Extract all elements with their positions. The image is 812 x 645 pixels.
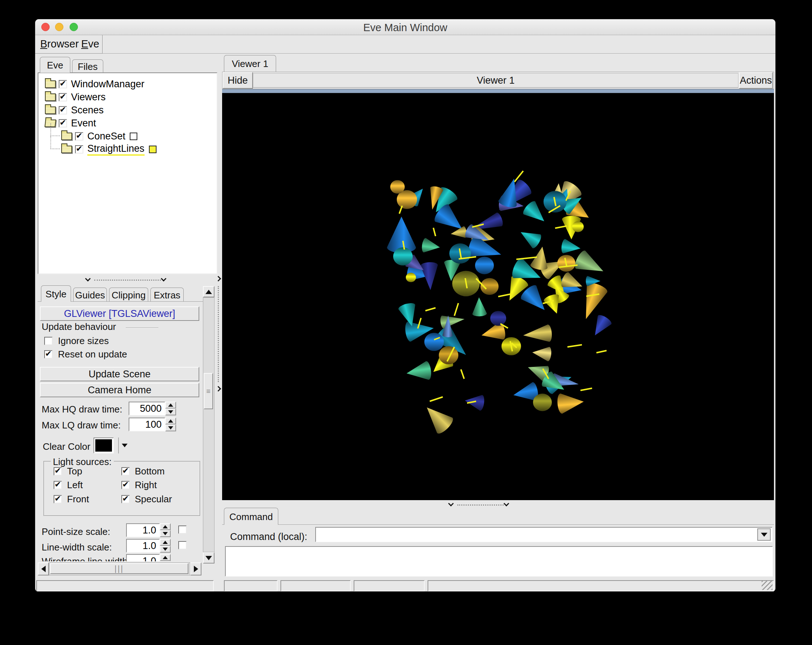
tab-eve[interactable]: Eve — [40, 57, 70, 73]
tab-guides[interactable]: Guides — [73, 288, 107, 302]
gl-scene[interactable] — [222, 93, 774, 500]
cone-disc — [572, 221, 584, 232]
tree-label[interactable]: ConeSet — [87, 131, 125, 142]
hscroll-thumb[interactable]: ||| — [50, 563, 188, 574]
command-label: Command (local): — [230, 531, 307, 543]
point-size-input[interactable]: 1.0 — [126, 523, 160, 537]
viewer-title[interactable]: Viewer 1 — [253, 73, 739, 88]
cone — [572, 249, 607, 280]
tree-row-straightlines[interactable]: ✔ StraightLines — [61, 143, 157, 156]
tab-viewer-1[interactable]: Viewer 1 — [224, 55, 276, 72]
spin-down-icon — [160, 561, 171, 561]
tree-checkbox[interactable]: ✔ — [59, 80, 67, 88]
straightlines-color-marker[interactable] — [149, 146, 157, 153]
resize-grip-icon[interactable] — [762, 581, 772, 590]
cone — [531, 345, 552, 361]
tree-row-windowmanager[interactable]: ✔ WindowManager — [45, 78, 145, 90]
update-scene-button[interactable]: Update Scene — [40, 367, 199, 381]
status-segment — [427, 580, 774, 592]
tab-extras[interactable]: Extras — [150, 288, 184, 302]
tree-label[interactable]: Viewers — [71, 91, 106, 103]
max-hq-stepper[interactable] — [165, 402, 176, 415]
splitter-dots[interactable] — [94, 280, 161, 281]
tree-checkbox[interactable]: ✔ — [59, 119, 67, 128]
tree-row-viewers[interactable]: ✔ Viewers — [45, 90, 106, 104]
tree-checkbox[interactable]: ✔ — [59, 106, 67, 114]
cone — [560, 239, 582, 256]
command-output[interactable] — [225, 546, 773, 576]
menu-browser[interactable]: Browser — [40, 38, 79, 50]
splitter-handle-icon[interactable] — [449, 502, 453, 506]
splitter-dots — [218, 286, 219, 382]
tree-checkbox[interactable]: ✔ — [75, 132, 83, 140]
tab-clipping[interactable]: Clipping — [109, 288, 148, 302]
point-size-checkbox[interactable] — [178, 526, 186, 534]
tree-label[interactable]: WindowManager — [71, 79, 145, 90]
light-left-checkbox[interactable]: ✔ Left — [53, 479, 82, 491]
hscroll-right-button[interactable] — [190, 563, 201, 575]
max-lq-input[interactable]: 100 — [129, 418, 165, 432]
status-segment — [224, 580, 278, 592]
light-top-checkbox[interactable]: ✔ Top — [53, 466, 82, 477]
wireframe-input[interactable]: 1.0 — [126, 554, 160, 561]
line-width-checkbox[interactable] — [178, 541, 186, 549]
vscroll-thumb[interactable]: ≡ — [204, 373, 213, 409]
line-width-stepper[interactable] — [160, 539, 171, 553]
cone — [517, 225, 543, 250]
cone — [472, 297, 487, 317]
vertical-splitter[interactable] — [216, 54, 221, 576]
cone — [522, 324, 553, 344]
ignore-sizes-checkbox[interactable]: Ignore sizes — [44, 335, 109, 346]
command-dropdown-icon[interactable] — [757, 528, 771, 541]
tree-label-selected[interactable]: StraightLines — [87, 143, 145, 156]
menu-eve[interactable]: Eve — [81, 38, 99, 50]
camera-home-button[interactable]: Camera Home — [40, 383, 199, 397]
light-specular-checkbox[interactable]: ✔ Specular — [121, 494, 172, 505]
light-bottom-checkbox[interactable]: ✔ Bottom — [121, 466, 165, 477]
glviewer-button[interactable]: GLViewer [TGLSAViewer] — [40, 306, 199, 321]
straight-line — [516, 257, 537, 259]
cone-disc — [424, 333, 444, 351]
title-bar[interactable]: Eve Main Window — [35, 19, 775, 35]
light-front-checkbox[interactable]: ✔ Front — [53, 494, 89, 505]
hscroll-left-button[interactable] — [38, 563, 49, 575]
tab-style[interactable]: Style — [41, 285, 71, 302]
tree-row-coneset[interactable]: ✔ ConeSet — [61, 130, 137, 143]
clear-color-dropdown-icon[interactable] — [122, 444, 128, 447]
hide-button[interactable]: Hide — [223, 72, 253, 89]
cone — [450, 226, 467, 240]
reset-on-update-checkbox[interactable]: ✔ Reset on update — [44, 349, 127, 360]
max-hq-input[interactable]: 5000 — [129, 402, 165, 415]
splitter-handle-icon[interactable] — [86, 277, 90, 281]
splitter-handle-icon[interactable] — [162, 277, 166, 281]
straight-line — [425, 308, 435, 311]
line-width-input[interactable]: 1.0 — [126, 539, 160, 553]
vscroll-track[interactable]: ≡ — [203, 297, 215, 552]
tree-checkbox[interactable]: ✔ — [75, 145, 83, 154]
splitter-handle-icon[interactable] — [504, 502, 508, 506]
hscroll-track[interactable]: ||| — [49, 563, 190, 575]
tree-label[interactable]: Scenes — [71, 105, 104, 116]
tree-row-scenes[interactable]: ✔ Scenes — [45, 104, 104, 117]
wireframe-stepper[interactable] — [160, 554, 171, 561]
point-size-stepper[interactable] — [160, 523, 171, 537]
vscroll-down-button[interactable] — [203, 552, 215, 564]
tree-checkbox[interactable]: ✔ — [59, 93, 67, 101]
max-lq-stepper[interactable] — [165, 418, 176, 432]
splitter-handle-icon — [215, 276, 221, 282]
splitter-dots[interactable] — [457, 505, 504, 506]
tab-files[interactable]: Files — [72, 59, 103, 73]
vscroll-up-button[interactable] — [203, 286, 215, 297]
menu-bar: Browser Eve — [35, 35, 775, 53]
tree-label[interactable]: Event — [71, 118, 96, 129]
gl-viewport[interactable] — [222, 93, 774, 500]
actions-button[interactable]: Actions — [739, 72, 773, 89]
coneset-color-marker[interactable] — [130, 133, 137, 140]
tab-command[interactable]: Command — [224, 508, 278, 525]
update-behaviour-title: Update behaviour — [42, 321, 116, 332]
command-input[interactable] — [315, 527, 772, 542]
spin-down-icon — [165, 424, 176, 432]
clear-color-swatch[interactable] — [93, 438, 114, 453]
folder-icon — [45, 107, 56, 114]
light-right-checkbox[interactable]: ✔ Right — [121, 479, 157, 491]
